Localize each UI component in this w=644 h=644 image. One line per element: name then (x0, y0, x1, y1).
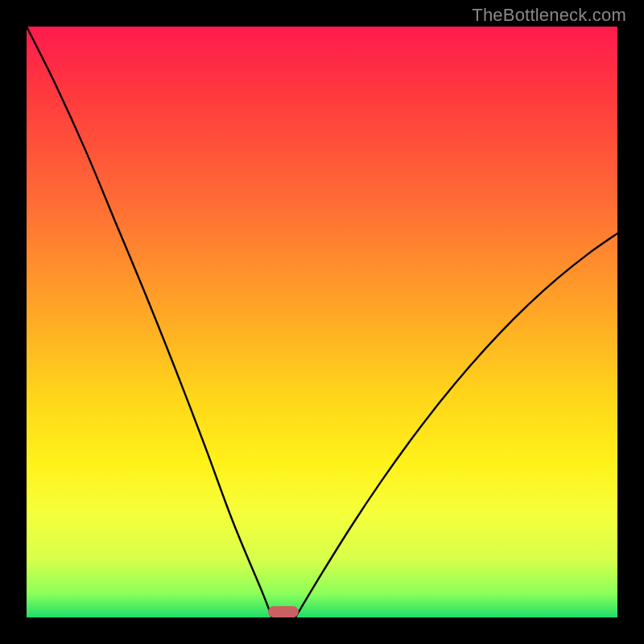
chart-plot-area (27, 27, 617, 617)
bottleneck-marker (268, 606, 299, 617)
watermark-text: TheBottleneck.com (472, 5, 626, 26)
chart-curve (27, 27, 617, 617)
chart-frame: TheBottleneck.com (0, 0, 644, 644)
